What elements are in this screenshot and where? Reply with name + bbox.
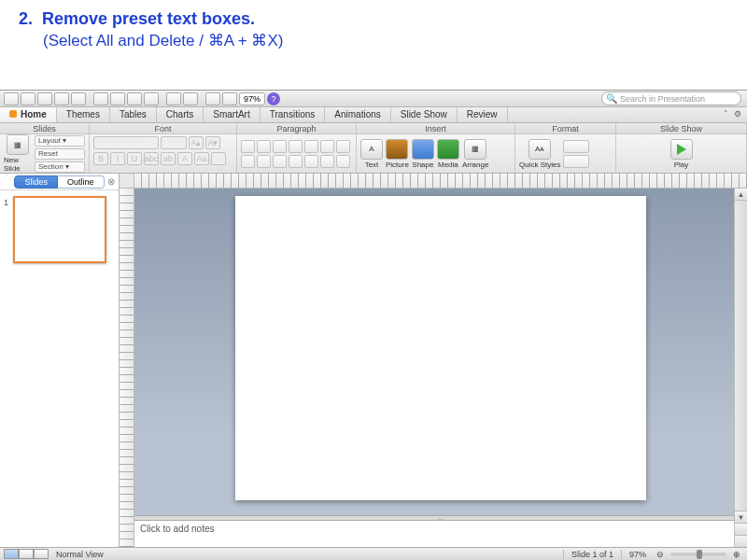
redo-icon[interactable]: [183, 92, 198, 105]
ribbon-settings-icon[interactable]: ⚙: [734, 109, 741, 119]
slideshow-view-button[interactable]: [34, 549, 49, 559]
numbering-button[interactable]: [257, 140, 271, 153]
tab-review[interactable]: Review: [458, 107, 508, 122]
insert-picture-button[interactable]: Picture: [386, 139, 409, 169]
help-icon[interactable]: ?: [267, 92, 280, 105]
quick-styles-icon: Aᴀ: [529, 139, 551, 160]
bullets-button[interactable]: [241, 140, 255, 153]
insert-media-button[interactable]: Media: [437, 139, 459, 169]
tab-animations[interactable]: Animations: [325, 107, 390, 122]
slide-editor: ⋯ Click to add notes ▲ ▼: [120, 174, 747, 547]
scroll-down-icon[interactable]: ▼: [735, 511, 747, 523]
columns-button[interactable]: [336, 140, 350, 153]
sorter-view-button[interactable]: [19, 549, 34, 559]
justify-button[interactable]: [289, 155, 303, 168]
outline-tab[interactable]: Outline: [58, 175, 105, 189]
notes-pane[interactable]: Click to add notes: [134, 521, 747, 547]
open-icon[interactable]: [37, 92, 52, 105]
decrease-indent-button[interactable]: [273, 140, 287, 153]
scroll-up-icon[interactable]: ▲: [735, 189, 747, 201]
prev-slide-button[interactable]: [735, 523, 747, 535]
text-box-icon: A: [360, 139, 383, 160]
tab-slideshow[interactable]: Slide Show: [391, 107, 458, 122]
shape-line-button[interactable]: [563, 155, 589, 168]
shape-fill-button[interactable]: [563, 140, 589, 153]
slides-tab[interactable]: Slides: [14, 175, 58, 189]
normal-view-button[interactable]: [4, 549, 19, 559]
grow-font-button[interactable]: A▴: [189, 136, 204, 149]
paragraph-more-button[interactable]: [336, 155, 350, 168]
change-case-button[interactable]: Aa: [194, 152, 209, 165]
horizontal-ruler[interactable]: [134, 174, 747, 189]
quick-styles-button[interactable]: AᴀQuick Styles: [519, 139, 560, 169]
search-input[interactable]: 🔍 Search in Presentation: [601, 91, 741, 105]
ribbon-group-labels: Slides Font Paragraph Insert Format Slid…: [0, 123, 747, 134]
section-dropdown[interactable]: Section ▾: [35, 161, 85, 173]
cut-icon[interactable]: [93, 92, 108, 105]
insert-text-button[interactable]: AText: [360, 139, 383, 169]
undo-icon[interactable]: [166, 92, 181, 105]
strikethrough-button[interactable]: abc: [144, 152, 159, 165]
paste-icon[interactable]: [127, 92, 142, 105]
increase-indent-button[interactable]: [289, 140, 303, 153]
print-icon[interactable]: [71, 92, 86, 105]
font-name-dropdown[interactable]: [93, 136, 159, 149]
tab-home[interactable]: Home: [0, 107, 57, 122]
status-bar: Normal View Slide 1 of 1 97% ⊖ ⊕: [0, 547, 747, 560]
vertical-scrollbar[interactable]: ▲ ▼: [734, 189, 747, 547]
align-center-button[interactable]: [257, 155, 271, 168]
save-icon[interactable]: [54, 92, 69, 105]
tab-transitions[interactable]: Transitions: [261, 107, 326, 122]
group-insert: AText Picture Shape Media ▦Arrange: [357, 134, 515, 173]
next-slide-button[interactable]: [735, 535, 747, 547]
zoom-out-button[interactable]: ⊖: [654, 550, 667, 559]
align-right-button[interactable]: [273, 155, 287, 168]
zoom-slider[interactable]: [670, 553, 726, 556]
powerpoint-window: 97% ? 🔍 Search in Presentation Home Them…: [0, 90, 747, 560]
font-color-button[interactable]: A: [177, 152, 192, 165]
layout-dropdown[interactable]: Layout ▾: [35, 135, 85, 147]
zoom-label[interactable]: 97%: [621, 550, 654, 559]
bold-button[interactable]: B: [93, 152, 108, 165]
italic-button[interactable]: I: [110, 152, 125, 165]
close-panel-icon[interactable]: ⊗: [107, 176, 115, 187]
clear-format-button[interactable]: [211, 152, 226, 165]
collapse-ribbon-icon[interactable]: ˄: [724, 109, 728, 119]
show-hide-icon[interactable]: [205, 92, 220, 105]
tab-themes[interactable]: Themes: [57, 107, 110, 122]
align-left-button[interactable]: [241, 155, 255, 168]
zoom-in-button[interactable]: ⊕: [730, 550, 743, 559]
tab-smartart[interactable]: SmartArt: [204, 107, 260, 122]
play-button[interactable]: Play: [670, 139, 693, 169]
new-doc-icon[interactable]: [4, 92, 19, 105]
text-direction-button[interactable]: [320, 140, 334, 153]
group-slides: ▦ New Slide Layout ▾ Reset Section ▾: [0, 134, 90, 173]
copy-icon[interactable]: [110, 92, 125, 105]
vertical-ruler[interactable]: [120, 189, 134, 547]
tab-tables[interactable]: Tables: [110, 107, 157, 122]
line-spacing-button[interactable]: [304, 140, 318, 153]
align-text-button[interactable]: [304, 155, 318, 168]
arrange-button[interactable]: ▦Arrange: [462, 139, 488, 169]
highlight-button[interactable]: ab: [161, 152, 176, 165]
instruction-block: 2. Remove preset text boxes. (Select All…: [0, 0, 747, 63]
underline-button[interactable]: U: [127, 152, 142, 165]
shrink-font-button[interactable]: A▾: [205, 136, 220, 149]
template-icon[interactable]: [21, 92, 35, 105]
slide-number: 1: [4, 196, 13, 541]
slide-canvas[interactable]: [235, 196, 646, 500]
slide-canvas-area[interactable]: [134, 189, 747, 515]
smartart-convert-button[interactable]: [320, 155, 334, 168]
new-slide-icon: ▦: [7, 134, 29, 155]
reset-button[interactable]: Reset: [35, 148, 85, 160]
zoom-dropdown[interactable]: 97%: [239, 92, 265, 105]
slide-thumbnail-1[interactable]: [13, 196, 106, 263]
new-slide-button[interactable]: ▦ New Slide: [4, 134, 32, 173]
format-painter-icon[interactable]: [144, 92, 159, 105]
group-format: AᴀQuick Styles: [515, 134, 616, 173]
font-size-dropdown[interactable]: [161, 136, 187, 149]
slideshow-icon[interactable]: [222, 92, 237, 105]
insert-shape-button[interactable]: Shape: [412, 139, 434, 169]
tab-charts[interactable]: Charts: [157, 107, 204, 122]
group-paragraph: [237, 134, 357, 173]
